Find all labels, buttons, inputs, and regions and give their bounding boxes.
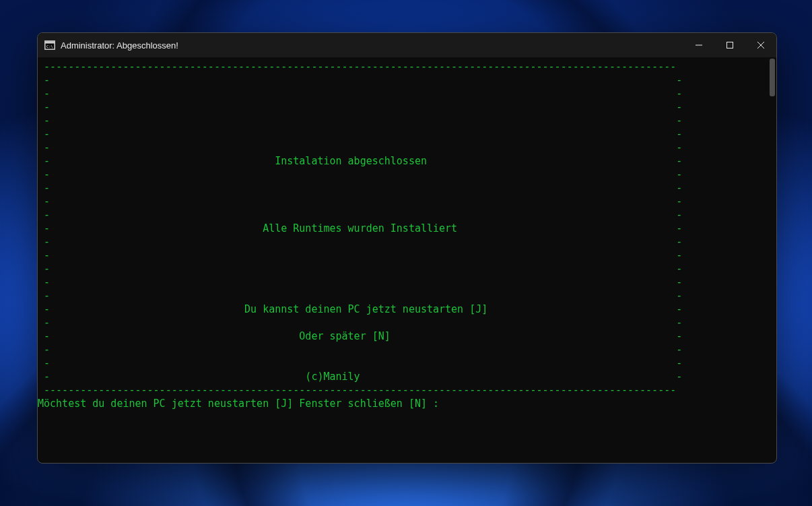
box-row: - -: [38, 74, 682, 86]
console-output: ----------------------------------------…: [38, 57, 767, 463]
box-row: - -: [38, 168, 682, 181]
box-row-later: - Oder später [N] -: [38, 330, 682, 342]
box-row: - -: [38, 209, 682, 221]
box-row-installation-done: - Instalation abgeschlossen -: [38, 155, 682, 167]
box-row: - -: [38, 115, 682, 127]
scrollbar-track[interactable]: [768, 59, 775, 462]
svg-text:C:\: C:\: [46, 44, 53, 49]
box-row: - -: [38, 249, 682, 261]
box-row-copyright: - (c)Manily -: [38, 371, 682, 383]
maximize-button[interactable]: [714, 33, 745, 57]
scrollbar-thumb[interactable]: [770, 59, 775, 96]
console-client-area: ----------------------------------------…: [38, 57, 776, 463]
box-row: - -: [38, 128, 682, 140]
box-row-restart-now: - Du kannst deinen PC jetzt neustarten […: [38, 303, 682, 315]
box-row-runtimes: - Alle Runtimes wurden Installiert -: [38, 222, 682, 234]
box-row: - -: [38, 317, 682, 329]
titlebar[interactable]: C:\ Administrator: Abgeschlossen!: [38, 33, 776, 57]
minimize-button[interactable]: [683, 33, 714, 57]
box-row: - -: [38, 195, 682, 208]
svg-rect-1: [44, 40, 55, 42]
box-border-bottom: ----------------------------------------…: [38, 384, 676, 396]
cmd-icon: C:\: [44, 40, 55, 50]
prompt-line[interactable]: Möchtest du deinen PC jetzt neustarten […: [38, 398, 439, 410]
box-row: - -: [38, 357, 682, 369]
cmd-window: C:\ Administrator: Abgeschlossen! ------…: [37, 32, 777, 464]
box-row: - -: [38, 290, 682, 302]
window-title: Administrator: Abgeschlossen!: [61, 40, 178, 51]
box-row: - -: [38, 344, 682, 356]
box-row: - -: [38, 236, 682, 248]
box-row: - -: [38, 182, 682, 194]
box-row: - -: [38, 101, 682, 113]
close-button[interactable]: [745, 33, 776, 57]
box-border-top: ----------------------------------------…: [38, 61, 676, 73]
box-row: - -: [38, 276, 682, 288]
box-row: - -: [38, 263, 682, 275]
svg-rect-5: [727, 42, 733, 49]
box-row: - -: [38, 88, 682, 100]
box-row: - -: [38, 141, 682, 154]
